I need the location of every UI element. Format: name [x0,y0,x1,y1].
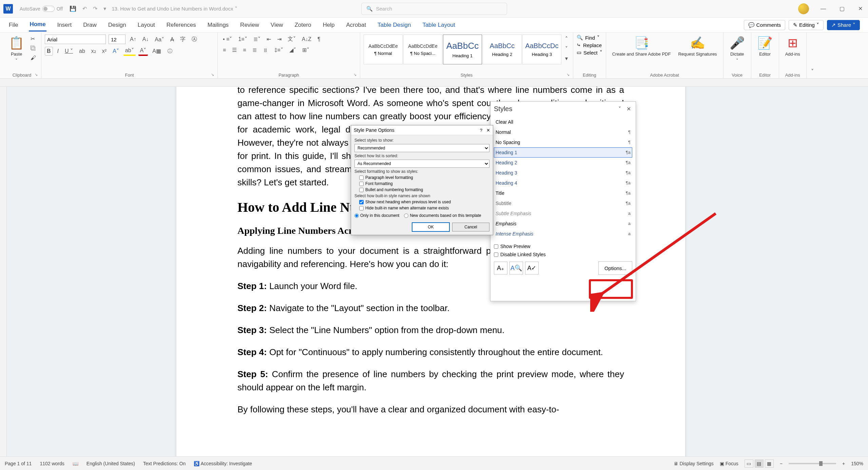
paragraph-launcher-icon[interactable]: ↘ [353,73,356,77]
tab-layout[interactable]: Layout [137,19,156,31]
maximize-icon[interactable]: ▢ [837,3,847,14]
autosave-switch[interactable] [42,6,55,12]
read-mode-icon[interactable]: ▭ [745,459,753,468]
check-font-formatting[interactable]: Font formatting [354,181,489,186]
tab-design[interactable]: Design [108,19,127,31]
collapse-ribbon-icon[interactable]: ˅ [809,67,815,76]
vertical-ruler[interactable] [0,87,7,456]
check-paragraph-formatting[interactable]: Paragraph level formatting [354,175,489,180]
tab-view[interactable]: View [270,19,284,31]
text-predictions[interactable]: Text Predictions: On [143,461,186,466]
doc-step[interactable]: Step 4: Opt for "Continuous" to apply nu… [237,346,624,359]
doc-paragraph[interactable]: By following these steps, you'll have a … [237,403,624,416]
tab-insert[interactable]: Insert [57,19,73,31]
style-heading-2[interactable]: AaBbCcHeading 2 [483,35,522,64]
style-list-item[interactable]: Intense Emphasisa [494,229,632,239]
ok-button[interactable]: OK [412,223,449,231]
radio-only-this-doc[interactable]: Only in this document [354,213,399,218]
show-hide-icon[interactable]: ¶ [316,35,322,43]
tab-mailings[interactable]: Mailings [207,19,229,31]
check-show-next-heading[interactable]: Show next heading when previous level is… [354,200,489,204]
radio-new-docs[interactable]: New documents based on this template [404,213,481,218]
create-pdf-button[interactable]: 📑Create and Share Adobe PDF [610,35,674,58]
styles-gallery[interactable]: AaBbCcDdEe¶ Normal AaBbCcDdEe¶ No Spaci.… [364,35,561,64]
underline-button[interactable]: U ˅ [63,47,75,55]
user-avatar[interactable] [798,3,809,14]
styles-scroll-up-icon[interactable]: ˄ [563,35,570,43]
qa-dropdown-icon[interactable]: ▾ [103,5,106,12]
subscript-button[interactable]: x₂ [90,47,98,55]
grow-font-icon[interactable]: A↑ [128,35,138,43]
close-icon[interactable]: ✕ [856,3,865,14]
style-list-item[interactable]: Emphasisa [494,219,632,229]
undo-icon[interactable]: ↶ [82,5,87,12]
paste-button[interactable]: 📋 Paste˅ [6,35,27,64]
font-name-input[interactable] [45,35,106,44]
change-case-icon[interactable]: Aa˅ [153,35,166,44]
tab-home[interactable]: Home [29,18,46,32]
style-no-spacing[interactable]: AaBbCcDdEe¶ No Spaci... [403,35,442,64]
dictate-button[interactable]: 🎤Dictate˅ [727,35,748,64]
format-painter-icon[interactable]: 🖌 [29,54,38,62]
page-indicator[interactable]: Page 1 of 11 [5,461,32,466]
request-signatures-button[interactable]: ✍Request Signatures [675,35,719,58]
doc-step[interactable]: Step 5: Confirm the presence of line num… [237,368,624,394]
copy-icon[interactable]: ⿻ [29,44,38,53]
show-preview-checkbox[interactable]: Show Preview [494,244,632,249]
style-list-item[interactable]: Heading 3¶a [494,168,632,178]
asian-layout-icon[interactable]: 文˅ [286,35,297,44]
borders-icon[interactable]: ⊞˅ [301,46,311,54]
zoom-slider[interactable] [789,463,836,464]
sort-select[interactable]: As Recommended [354,160,489,168]
align-center-icon[interactable]: ☰ [230,46,238,54]
style-list-item[interactable]: No Spacing¶ [494,137,632,147]
highlight-icon[interactable]: ab˅ [123,46,136,56]
tab-file[interactable]: File [8,19,19,31]
addins-button[interactable]: ⊞Add-ins [783,35,803,58]
strikethrough-button[interactable]: ab [77,47,87,55]
tab-review[interactable]: Review [239,19,260,31]
search-box[interactable]: 🔍 Search [361,3,507,15]
style-list-item[interactable]: Subtle Emphasisa [494,208,632,219]
phonetic-guide-icon[interactable]: 字 [178,35,187,44]
bullets-icon[interactable]: • ≡˅ [221,35,234,43]
style-list-item[interactable]: Heading 4¶a [494,178,632,188]
shading-icon[interactable]: ◢˅ [288,46,298,54]
select-button[interactable]: ▭ Select ˅ [577,49,602,56]
enclose-characters-icon[interactable]: ㊁ [166,46,174,56]
dialog-help-icon[interactable]: ? [480,128,482,133]
share-button[interactable]: ↗ Share ˅ [827,20,860,30]
styles-more-icon[interactable]: ▾ [563,54,570,63]
cancel-button[interactable]: Cancel [452,223,489,231]
comments-button[interactable]: 💬 Comments [744,20,786,30]
tab-table-design[interactable]: Table Design [377,19,411,31]
replace-button[interactable]: ⤷ Replace [577,42,602,48]
style-list-item[interactable]: Subtitle¶a [494,198,632,208]
spell-check-icon[interactable]: 📖 [73,461,78,466]
close-pane-icon[interactable]: ✕ [625,104,632,114]
style-list-item[interactable]: Heading 2¶a [494,158,632,168]
styles-scroll-down-icon[interactable]: ˅ [563,44,570,53]
tab-table-layout[interactable]: Table Layout [422,19,456,31]
accessibility-status[interactable]: ♿ Accessibility: Investigate [194,461,252,466]
character-shading-icon[interactable]: A▦ [151,47,163,55]
web-layout-icon[interactable]: ▦ [765,459,774,468]
style-clear-all[interactable]: Clear All [494,117,632,127]
tab-draw[interactable]: Draw [82,19,97,31]
autosave-toggle[interactable]: AutoSave Off [20,6,63,12]
find-button[interactable]: 🔍 Find ˅ [577,35,602,41]
font-launcher-icon[interactable]: ↘ [211,73,214,77]
new-style-button[interactable]: A₊ [494,262,507,274]
shrink-font-icon[interactable]: A↓ [141,35,151,43]
multilevel-icon[interactable]: ≣˅ [252,35,262,43]
check-hide-builtin[interactable]: Hide built-in name when alternate name e… [354,206,489,210]
tab-zotero[interactable]: Zotero [294,19,312,31]
zoom-out-icon[interactable]: − [780,461,783,466]
styles-to-show-select[interactable]: Recommended [354,144,489,152]
focus-mode[interactable]: ▣ Focus [720,461,738,466]
line-spacing-icon[interactable]: ‡≡˅ [273,46,285,54]
word-count[interactable]: 1102 words [40,461,64,466]
tab-help[interactable]: Help [322,19,335,31]
zoom-in-icon[interactable]: + [842,461,845,466]
text-effects-icon[interactable]: A˅ [111,47,121,55]
